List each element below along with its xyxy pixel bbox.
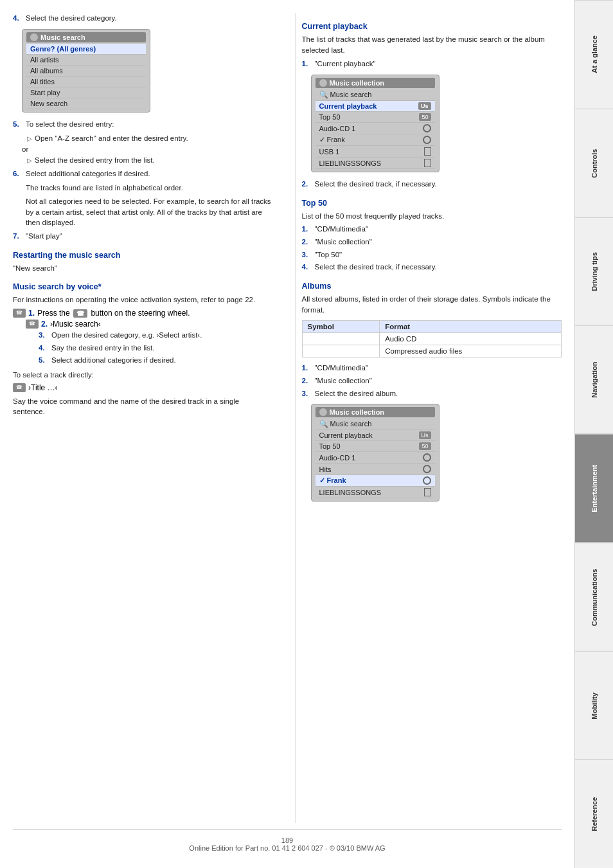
disc-icon-3 [423, 453, 431, 462]
sidebar-tab-mobility[interactable]: Mobility [575, 651, 613, 760]
restarting-title: Restarting the music search [13, 251, 273, 260]
restarting-text: "New search" [13, 263, 273, 274]
albums-text: All stored albums, listed in order of th… [302, 294, 562, 315]
col-item-usb1-1: USB 1 [315, 146, 435, 158]
collection-icon-2 [319, 408, 327, 416]
col-item-top50-1: Top 50 50 [315, 112, 435, 123]
current-step2: 2. Select the desired track, if necessar… [302, 179, 562, 190]
rect-icon-1 [424, 147, 431, 156]
table-row: Audio CD [302, 333, 562, 345]
format-audiocd-cell: Audio CD [380, 333, 562, 345]
voice-step2: ›Music search‹ [50, 320, 101, 329]
col2-item-search: 🔍 Music search [315, 419, 435, 430]
albums-step3: 3. Select the desired album. [302, 388, 562, 399]
steering-btn: ☎ [73, 309, 87, 318]
screen1-icon [30, 33, 38, 41]
col-item-lieb-1: LIEBLINGSSONGS [315, 158, 435, 169]
top50-step1: 1. "CD/Multimedia" [302, 224, 562, 235]
top50-title: Top 50 [302, 199, 562, 208]
col2-item-audiocd1: Audio-CD 1 [315, 452, 435, 464]
voice-icon-3: ☎ [13, 383, 26, 392]
sidebar-tab-driving-tips[interactable]: Driving tips [575, 217, 613, 326]
step-5: 5. To select the desired entry: [13, 119, 273, 130]
col2-item-hits: Hits [315, 464, 435, 475]
top50-step3: 3. "Top 50" [302, 249, 562, 260]
voice-step5: 5. Select additional categories if desir… [39, 355, 273, 366]
voice-icon-2: ☎ [26, 320, 39, 329]
collection-screen1-titlebar: Music collection [315, 78, 435, 88]
albums-step1: 1. "CD/Multimedia" [302, 363, 562, 374]
current-playback-text: The list of tracks that was generated la… [302, 34, 562, 55]
top50-text: List of the 50 most frequently played tr… [302, 211, 562, 222]
col2-item-top50: Top 50 50 [315, 441, 435, 452]
page-number: 189 [281, 836, 293, 844]
sidebar: At a glance Controls Driving tips Naviga… [574, 0, 613, 868]
track-direct-step: ›Title …‹ [28, 383, 58, 392]
voice-title: Music search by voice* [13, 282, 273, 291]
sidebar-tab-entertainment[interactable]: Entertainment [575, 434, 613, 543]
step-7: 7. "Start play" [13, 231, 273, 242]
col2-item-current: Current playback Us [315, 430, 435, 441]
sidebar-tab-controls[interactable]: Controls [575, 109, 613, 217]
sidebar-tab-communications[interactable]: Communications [575, 543, 613, 651]
music-collection-screen2: Music collection 🔍 Music search Current … [311, 404, 440, 502]
voice-icon: ☎ [13, 309, 26, 318]
disc-icon-1 [423, 124, 431, 132]
music-search-screen: Music search Genre? (All genres) All art… [22, 29, 150, 113]
collection-icon-1 [319, 79, 327, 87]
step5-sub2: ▷ Select the desired entry from the list… [27, 155, 273, 166]
format-compressed-cell: Compressed audio files [380, 345, 562, 357]
screen1-item-0: Genre? (All genres) [26, 44, 146, 55]
top50-step2: 2. "Music collection" [302, 237, 562, 248]
sidebar-tab-at-a-glance[interactable]: At a glance [575, 0, 613, 109]
col-item-frank-1: ✓ Frank [315, 134, 435, 146]
screen1-item-5: New search [26, 98, 146, 109]
collection-screen2-titlebar: Music collection [315, 407, 435, 417]
arrow-icon-1: ▷ [27, 134, 32, 144]
step6-detail2: Not all categories need to be selected. … [26, 196, 273, 228]
footer-text: Online Edition for Part no. 01 41 2 604 … [189, 844, 385, 852]
screen1-item-3: All titles [26, 77, 146, 87]
step6-detail1: The tracks found are listed in alphabeti… [26, 183, 273, 194]
page-footer: 189 Online Edition for Part no. 01 41 2 … [13, 829, 562, 855]
table-row: Compressed audio files [302, 345, 562, 357]
rect-icon-2 [424, 159, 431, 167]
col2-item-frank: ✓ Frank [315, 475, 435, 487]
current-playback-title: Current playback [302, 22, 562, 31]
rect-icon-3 [424, 488, 431, 496]
albums-step2: 2. "Music collection" [302, 375, 562, 386]
track-direct-label: To select a track directly: [13, 370, 273, 381]
disc-icon-2 [423, 136, 431, 144]
table-header-symbol: Symbol [302, 321, 380, 333]
symbol-disc-cell [302, 333, 380, 345]
top50-step4: 4. Select the desired track, if necessar… [302, 262, 562, 273]
arrow-icon-2: ▷ [27, 156, 32, 166]
sidebar-tab-navigation[interactable]: Navigation [575, 325, 613, 434]
albums-title: Albums [302, 282, 562, 291]
screen1-item-2: All albums [26, 66, 146, 77]
or-text: or [22, 145, 273, 153]
col-item-current-1: Current playback Us [315, 101, 435, 112]
music-collection-screen1: Music collection 🔍 Music search Current … [311, 75, 440, 172]
albums-table: Symbol Format Audio CD [302, 320, 562, 357]
table-header-format: Format [380, 321, 562, 333]
current-step1: 1. "Current playback" [302, 59, 562, 69]
col2-item-lieb: LIEBLINGSSONGS [315, 487, 435, 498]
col-item-audiocd1-1: Audio-CD 1 [315, 123, 435, 134]
step5-sub1: ▷ Open "A-Z search" and enter the desire… [27, 133, 273, 144]
step-6: 6. Select additional categories if desir… [13, 168, 273, 179]
voice-closing: Say the voice command and the name of th… [13, 396, 273, 417]
sidebar-tab-reference[interactable]: Reference [575, 759, 613, 868]
voice-step4: 4. Say the desired entry in the list. [39, 343, 273, 354]
disc-icon-4 [423, 465, 431, 473]
col-item-search-1: 🔍 Music search [315, 89, 435, 101]
voice-step1: Press the ☎ button on the steering wheel… [37, 309, 190, 318]
voice-intro: For instructions on operating the voice … [13, 294, 273, 305]
screen1-item-4: Start play [26, 87, 146, 98]
symbol-rect-cell [302, 345, 380, 357]
screen1-titlebar: Music search [26, 32, 146, 42]
disc-icon-5 [423, 476, 431, 485]
voice-step3: 3. Open the desired category, e.g. ›Sele… [39, 330, 273, 341]
screen1-item-1: All artists [26, 55, 146, 66]
step-4: 4. Select the desired category. [13, 13, 273, 24]
